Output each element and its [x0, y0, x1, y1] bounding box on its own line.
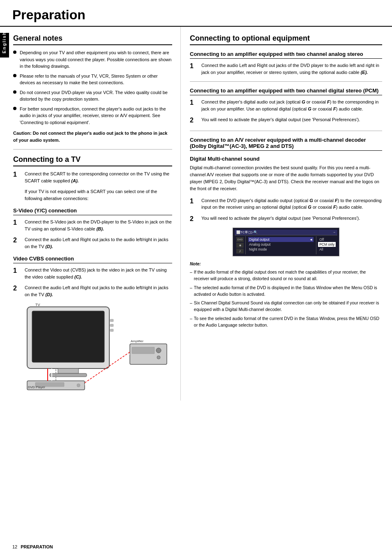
- svg-rect-14: [132, 347, 154, 354]
- svg-rect-4: [110, 319, 113, 322]
- svideo-step-2: 2 Connect the audio Left and Right out j…: [13, 236, 172, 250]
- page: English Preparation General notes Depend…: [0, 0, 392, 555]
- cvbs-title: Video CVBS connection: [13, 256, 172, 263]
- svg-text:TV: TV: [35, 303, 40, 307]
- av-step-1: 1 Connect the DVD player's digital audio…: [190, 197, 382, 211]
- step-number: 2: [190, 116, 199, 125]
- amp-digital-step-2: 2 You will need to activate the player's…: [190, 116, 382, 125]
- divider: [190, 81, 382, 82]
- osd-note-icon: ♪: [236, 249, 244, 253]
- svideo-title: S-Video (Y/C) connection: [13, 207, 172, 215]
- side-tab: English: [0, 33, 9, 58]
- osd-menu: Digital output ◄ Analog output Night mod…: [246, 236, 316, 254]
- bullet-icon: [13, 51, 16, 54]
- osd-icon: ◻: [248, 230, 251, 234]
- svg-rect-1: [32, 311, 104, 362]
- bullet-text: For better sound reproduction, connect t…: [20, 106, 172, 126]
- osd-cd-icon: ◉: [236, 243, 244, 248]
- note-text: Six Channel Digital Surround Sound via d…: [194, 299, 382, 313]
- svg-text:Amplifier: Amplifier: [131, 339, 143, 343]
- av-receiver-section: Connecting to an A/V receiver equipped w…: [190, 137, 382, 328]
- caution-text: Caution: Do not connect the player's aud…: [13, 130, 172, 143]
- content-area: General notes Depending on your TV and o…: [0, 27, 392, 401]
- svg-rect-13: [130, 344, 167, 364]
- osd-option-off: Off: [318, 237, 336, 242]
- svg-rect-2: [58, 368, 78, 373]
- amp-digital-step-1: 1 Connect the player's digital audio out…: [190, 99, 382, 112]
- bullet-text: Please refer to the manuals of your TV, …: [20, 73, 172, 86]
- svideo-step-1: 1 Connect the S-Video jack on the DVD-pl…: [13, 219, 172, 232]
- note-label: Note:: [190, 261, 201, 266]
- tv-diagram-svg: TV DVD Player Amplifier: [15, 303, 171, 393]
- osd-menu-arrow: ◄: [309, 237, 313, 242]
- osd-option-pcm: PCM only: [318, 242, 336, 247]
- notes-list: – If the audio format of the digital out…: [190, 269, 382, 328]
- step-text: You will need to activate the player's d…: [201, 215, 382, 222]
- step-text: Connect the SCART to the corresponding c…: [25, 170, 172, 184]
- tv-step-1: 1 Connect the SCART to the corresponding…: [13, 170, 172, 184]
- osd-menu-row: Analog output: [248, 242, 314, 247]
- connecting-tv-title: Connecting to a TV: [13, 155, 172, 166]
- av-step-2: 2 You will need to activate the player's…: [190, 215, 382, 223]
- osd-top-row: ⬜ T C ⛨ ◻ ▷ 🔍 →: [235, 230, 337, 235]
- osd-arrow: →: [332, 230, 336, 234]
- step-text: Connect the audio Left and Right out jac…: [201, 62, 382, 76]
- bullet-icon: [13, 107, 16, 110]
- general-notes-list: Depending on your TV and other equipment…: [13, 49, 172, 126]
- osd-display: ⬜ T C ⛨ ◻ ▷ 🔍 → DVD ◉ ♪: [233, 228, 339, 256]
- osd-icon: ⬜: [236, 230, 240, 234]
- step-number: 2: [13, 236, 22, 245]
- svg-rect-3: [50, 373, 87, 377]
- step-number: 1: [13, 219, 22, 227]
- digital-mc-text: Digital multi-channel connection provide…: [190, 164, 382, 192]
- list-item: Do not connect your DVD-player via your …: [13, 89, 172, 103]
- step-text: Connect the audio Left and Right out jac…: [25, 236, 172, 250]
- svg-point-16: [157, 356, 160, 359]
- note-item: – To see the selected audio format of th…: [190, 315, 382, 329]
- divider: [13, 149, 172, 150]
- notes-section: Note: – If the audio format of the digit…: [190, 260, 382, 328]
- step-text: Connect the S-Video jack on the DVD-play…: [25, 219, 172, 232]
- footer-section-label: Preparation: [21, 544, 53, 549]
- cvbs-step-1: 1 Connect the Video out (CVBS) jack to t…: [13, 267, 172, 280]
- osd-menu-label: Analog output: [249, 242, 270, 246]
- connecting-tv-section: Connecting to a TV 1 Connect the SCART t…: [13, 155, 172, 393]
- step-number: 1: [190, 99, 199, 107]
- step-number: 1: [190, 62, 199, 71]
- svg-point-15: [156, 348, 161, 353]
- left-column: General notes Depending on your TV and o…: [0, 27, 181, 401]
- note-text: The selected audio format of the DVD is …: [194, 284, 382, 298]
- tv-diagram-container: TV DVD Player Amplifier: [13, 303, 172, 393]
- osd-menu-label: Night mode: [249, 247, 267, 251]
- step-sub-text: If your TV is not equipped with a SCART …: [25, 188, 172, 202]
- osd-options: Off PCM only All: [316, 236, 337, 254]
- page-title: Preparation: [12, 7, 85, 22]
- note-item: – The selected audio format of the DVD i…: [190, 284, 382, 298]
- amp-analog-section: Connecting to an amplifier equipped with…: [190, 51, 382, 76]
- note-item: – Six Channel Digital Surround Sound via…: [190, 299, 382, 313]
- note-text: If the audio format of the digital outpu…: [194, 269, 382, 282]
- step-number: 1: [13, 170, 22, 179]
- step-text: You will need to activate the player's d…: [201, 116, 382, 123]
- note-dash: –: [190, 284, 192, 291]
- svg-text:DVD Player: DVD Player: [28, 385, 45, 389]
- note-dash: –: [190, 269, 192, 275]
- osd-menu-row: Night mode: [248, 247, 314, 252]
- digital-mc-title: Digital Multi-channel sound: [190, 156, 382, 162]
- osd-left-icons: DVD ◉ ♪: [235, 236, 246, 254]
- svg-rect-5: [110, 324, 113, 327]
- amp-analog-step-1: 1 Connect the audio Left and Right out j…: [190, 62, 382, 76]
- step-text: Connect the DVD player's digital audio o…: [201, 197, 382, 211]
- osd-option-all: All: [318, 247, 336, 252]
- amp-digital-title: Connecting to an amplifier equipped with…: [190, 88, 382, 95]
- note-item: – If the audio format of the digital out…: [190, 269, 382, 282]
- step-number: 2: [190, 215, 199, 223]
- page-header: Preparation: [0, 0, 392, 27]
- right-column: Connecting to optional equipment Connect…: [181, 27, 392, 401]
- step-text: Connect the audio Left and Right out jac…: [25, 284, 172, 298]
- cvbs-step-2: 2 Connect the audio Left and Right out j…: [13, 284, 172, 298]
- bullet-text: Do not connect your DVD-player via your …: [20, 89, 172, 103]
- step-text: Connect the Video out (CVBS) jack to the…: [25, 267, 172, 280]
- step-number: 1: [190, 197, 199, 206]
- optional-equipment-title: Connecting to optional equipment: [190, 34, 382, 45]
